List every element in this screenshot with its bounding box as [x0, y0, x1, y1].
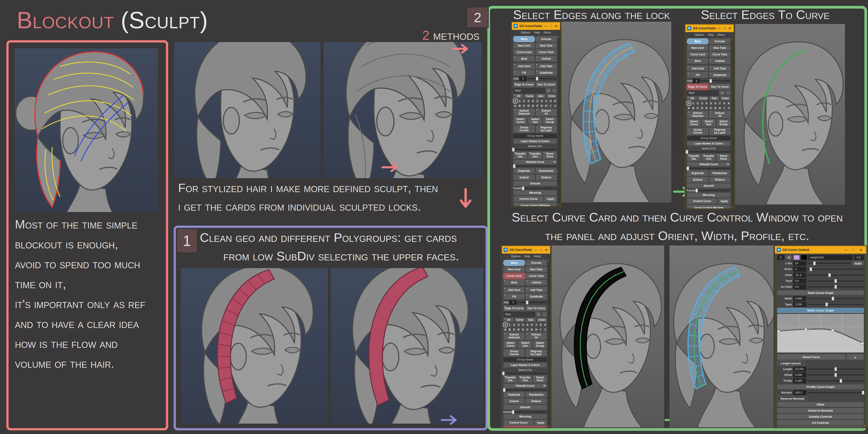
card-value-field[interactable]: -1.0 [854, 255, 864, 260]
ct-button-curve-card[interactable]: Curve Card [687, 52, 708, 57]
group-name-input[interactable]: Main [503, 312, 535, 317]
ct-button-unbind[interactable]: Unbind▴ [535, 56, 557, 62]
group-cell-F[interactable]: F [526, 328, 529, 332]
slider-track[interactable] [513, 166, 557, 166]
ct-button-add-tube[interactable]: Add Tube▴ [526, 287, 547, 293]
slider-track[interactable] [513, 412, 547, 412]
ct-button-color[interactable]: Color [720, 96, 731, 101]
slider-value-field[interactable]: 0.380 [793, 378, 806, 383]
group-cell-3[interactable]: 3 [527, 99, 530, 103]
ct-button-randomize[interactable]: Randomize [709, 170, 731, 176]
cc-button-orient-to-normals[interactable]: Orient to Normals [777, 408, 864, 413]
group-name-input[interactable]: Main [513, 88, 545, 93]
group-cell-1[interactable]: 1 [518, 99, 522, 103]
reverse-normals-button[interactable]: Reverse Normals [777, 396, 808, 401]
ct-button-geo-to-curve[interactable]: Geo To Curve [709, 84, 731, 90]
group-cell-4[interactable]: 4 [705, 101, 708, 105]
scrollbar[interactable]: ▲▼ [731, 37, 734, 209]
ct-button-regroup-by-layer[interactable]: Regroup by Layer [526, 349, 547, 357]
ct-button-new-tube[interactable]: New Tube [535, 43, 557, 49]
menu-item-options[interactable]: Options [521, 31, 530, 34]
scroll-down-icon[interactable]: ▼ [548, 426, 550, 428]
group-cell-B[interactable]: B [518, 104, 522, 108]
ct-button-curve-tube[interactable]: Curve Tube [526, 273, 547, 279]
ct-button-bind[interactable]: Bind▴ [503, 280, 525, 285]
ct-button-subdivide[interactable]: Subdivide▴ [709, 72, 731, 78]
slider-handle[interactable] [810, 268, 812, 271]
group-cell-9[interactable]: 9 [543, 323, 547, 327]
group-cell-1[interactable]: 1 [508, 323, 512, 327]
scroll-up-icon[interactable]: ▲ [558, 35, 560, 37]
scroll-up-icon[interactable]: ▲ [548, 259, 550, 261]
group-cell-9[interactable]: 9 [727, 101, 731, 105]
group-cell-0[interactable]: 0 [687, 101, 691, 105]
slider-track[interactable] [687, 151, 731, 152]
ct-button-curve[interactable]: Curve [524, 94, 535, 98]
add-group-button[interactable]: + [719, 90, 725, 95]
slider-track[interactable] [527, 78, 557, 79]
ct-button-add-tube[interactable]: Add Tube▴ [709, 66, 731, 71]
ct-button-extract-all[interactable]: Extract All▴ [709, 111, 731, 119]
slider-handle[interactable] [522, 186, 524, 190]
group-cell-8[interactable]: 8 [722, 101, 726, 105]
group-cell-D[interactable]: D [517, 328, 521, 332]
ct-button-select-group[interactable]: Select Group [717, 119, 731, 127]
minimize-icon[interactable]: — [534, 248, 537, 252]
ct-button-select-curve[interactable]: Select Curve [513, 117, 527, 125]
ct-button-smooth[interactable]: Smooth [503, 405, 547, 410]
slider-handle[interactable] [526, 301, 528, 304]
ct-button-new-tube[interactable]: New Tube [709, 45, 731, 51]
group-cell-A[interactable]: A [513, 104, 517, 108]
slider-track[interactable] [696, 190, 731, 191]
cc-button-advanced-visibility[interactable]: Advanced Visibility [777, 426, 864, 428]
ct-button-select-curve[interactable]: Select Curve [503, 341, 518, 348]
ct-button-unbind[interactable]: Unbind▴ [526, 280, 547, 285]
ct-button-color[interactable]: Color [537, 318, 547, 322]
slider-track[interactable] [687, 168, 731, 169]
ct-button-transfer-attr-[interactable]: Transfer Attr.▴ [687, 154, 701, 161]
menu-item-help[interactable]: Help [708, 33, 714, 36]
slider-value-field[interactable]: 1.000 [793, 302, 806, 307]
ct-button-reduce[interactable]: Reduce [535, 175, 557, 180]
ct-button-add-card[interactable]: Add Card▴ [513, 63, 535, 69]
ct-button-fill[interactable]: Fill▴ [503, 293, 525, 300]
menu-item-help[interactable]: Help [524, 255, 530, 258]
ct-button-new-card[interactable]: New Card [687, 45, 708, 51]
slider-handle[interactable] [813, 261, 815, 265]
ct-button-all[interactable]: All▴ [513, 94, 524, 98]
ct-button-regroup-by-layer[interactable]: Regroup by Layer [709, 127, 731, 135]
slider-value-field[interactable]: 0.0 [793, 284, 806, 289]
menu-item-options[interactable]: Options [694, 33, 704, 36]
ct-button-regroup-by-layer[interactable]: Regroup by Layer [535, 125, 557, 133]
slider-track[interactable] [807, 304, 864, 305]
ct-button-extend[interactable]: Extend [687, 177, 708, 183]
slider-track[interactable] [807, 375, 864, 375]
slider-handle[interactable] [832, 297, 834, 301]
ct-button-warp[interactable]: Warp [687, 38, 708, 44]
slider-value-field[interactable]: 19 [793, 261, 806, 266]
slider-value-field[interactable]: 180.0 [793, 390, 806, 395]
ct-button-reduce[interactable]: Reduce [709, 177, 731, 183]
ct-button-layer-names-colors[interactable]: Layer Names & Colors [503, 363, 547, 368]
group-cell-C[interactable]: C [512, 328, 516, 332]
group-cell-2[interactable]: 2 [696, 101, 700, 105]
profile-curve-graph-button[interactable]: Profile Curve Graph [777, 384, 864, 389]
group-cell-B[interactable]: B [508, 328, 512, 332]
slider-value-field[interactable]: 3 [509, 300, 517, 305]
ct-button-curve-tube[interactable]: Curve Tube [709, 52, 731, 57]
group-cell-I[interactable]: I [539, 328, 543, 332]
group-cell-H[interactable]: H [718, 106, 722, 110]
scrollbar[interactable]: ▲▼ [558, 35, 560, 206]
other-section-button[interactable]: Other [777, 402, 864, 407]
ct-button-curve-tube[interactable]: Curve Tube [535, 49, 557, 55]
ct-button-edge-to-curve[interactable]: Edge To Curve▴ [503, 305, 525, 311]
slider-track[interactable] [503, 373, 547, 374]
maximize-icon[interactable]: □ [850, 248, 856, 252]
scroll-down-icon[interactable]: ▼ [732, 206, 733, 208]
minimize-icon[interactable]: — [544, 24, 547, 28]
group-cell-J[interactable]: J [543, 328, 547, 332]
ct-button-rebuild-curve[interactable]: Rebuild Curve⟳ [687, 162, 731, 166]
group-cell-6[interactable]: 6 [530, 323, 534, 327]
close-icon[interactable]: ✕ [545, 248, 548, 252]
add-group-button[interactable]: + [546, 88, 551, 93]
